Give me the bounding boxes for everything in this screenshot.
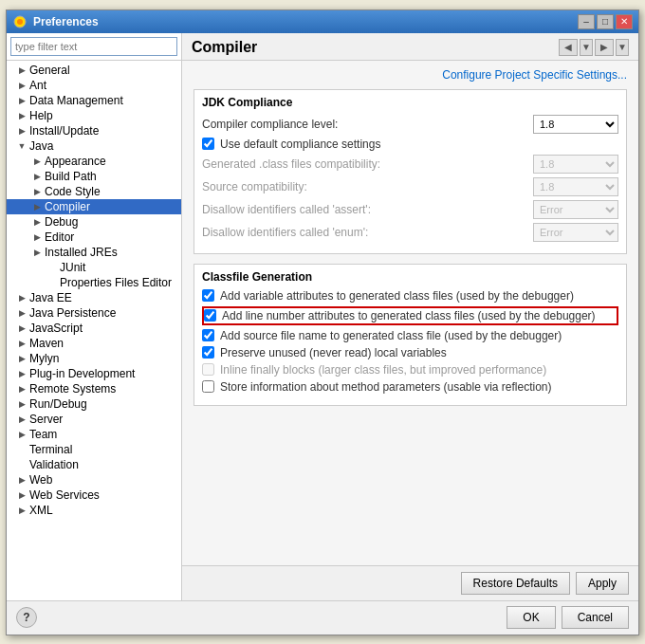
checkbox-store-method-params[interactable] bbox=[202, 380, 214, 393]
arrow-ant: ▶ bbox=[14, 81, 29, 90]
label-help: Help bbox=[29, 109, 53, 122]
sidebar-item-installed-jres[interactable]: ▶ Installed JREs bbox=[7, 245, 181, 260]
window-controls: – □ ✕ bbox=[578, 14, 633, 29]
sidebar-item-mylyn[interactable]: ▶ Mylyn bbox=[7, 351, 181, 366]
label-add-source-file: Add source file name to generated class … bbox=[220, 329, 562, 342]
arrow-remote-systems: ▶ bbox=[14, 384, 29, 394]
label-preserve-unused: Preserve unused (never read) local varia… bbox=[220, 346, 447, 359]
sidebar-item-editor[interactable]: ▶ Editor bbox=[7, 230, 181, 245]
sidebar-item-java-persistence[interactable]: ▶ Java Persistence bbox=[7, 305, 181, 321]
close-button[interactable]: ✕ bbox=[616, 14, 633, 29]
label-debug: Debug bbox=[45, 215, 78, 229]
arrow-data-management: ▶ bbox=[14, 96, 29, 105]
nav-forward-button[interactable]: ▶ bbox=[595, 39, 614, 56]
maximize-button[interactable]: □ bbox=[597, 14, 614, 29]
label-installed-jres: Installed JREs bbox=[45, 246, 118, 259]
disallow-enum-label: Disallow identifiers called 'enum': bbox=[202, 226, 533, 239]
minimize-button[interactable]: – bbox=[578, 14, 595, 29]
filter-input[interactable] bbox=[10, 37, 177, 56]
arrow-maven: ▶ bbox=[14, 339, 29, 348]
restore-defaults-button[interactable]: Restore Defaults bbox=[461, 572, 570, 595]
disallow-assert-select: Error bbox=[533, 200, 618, 219]
sidebar-item-data-management[interactable]: ▶ Data Management bbox=[7, 93, 181, 108]
sidebar-item-junit[interactable]: JUnit bbox=[7, 260, 181, 275]
sidebar: ▶ General ▶ Ant ▶ Data Management ▶ Help… bbox=[7, 33, 182, 600]
label-install-update: Install/Update bbox=[29, 124, 99, 138]
classfile-item-add-source-file: Add source file name to generated class … bbox=[202, 329, 618, 342]
sidebar-item-appearance[interactable]: ▶ Appearance bbox=[7, 154, 181, 169]
arrow-mylyn: ▶ bbox=[14, 354, 29, 363]
sidebar-item-java[interactable]: ▼ Java bbox=[7, 138, 181, 154]
sidebar-item-run-debug[interactable]: ▶ Run/Debug bbox=[7, 396, 181, 412]
right-panel: Compiler ◀ ▼ ▶ ▼ Configure Project Speci… bbox=[182, 33, 638, 600]
label-data-management: Data Management bbox=[29, 94, 123, 107]
checkbox-add-variable[interactable] bbox=[202, 289, 214, 302]
sidebar-item-properties-files-editor[interactable]: Properties Files Editor bbox=[7, 275, 181, 290]
jdk-compliance-title: JDK Compliance bbox=[202, 96, 618, 109]
arrow-general: ▶ bbox=[14, 65, 29, 75]
sidebar-item-validation[interactable]: Validation bbox=[7, 457, 181, 472]
sidebar-item-remote-systems[interactable]: ▶ Remote Systems bbox=[7, 381, 181, 396]
arrow-xml: ▶ bbox=[14, 506, 29, 515]
label-maven: Maven bbox=[29, 337, 64, 350]
nav-back-button[interactable]: ◀ bbox=[559, 39, 578, 56]
sidebar-item-install-update[interactable]: ▶ Install/Update bbox=[7, 123, 181, 138]
classfile-item-store-method-params: Store information about method parameter… bbox=[202, 380, 618, 394]
arrow-help: ▶ bbox=[14, 111, 29, 120]
sidebar-item-compiler[interactable]: ▶ Compiler bbox=[7, 199, 181, 214]
title-bar: Preferences – □ ✕ bbox=[7, 10, 638, 33]
compliance-level-select[interactable]: 1.8 bbox=[533, 115, 618, 134]
sidebar-item-general[interactable]: ▶ General bbox=[7, 63, 181, 78]
sidebar-item-plugin-development[interactable]: ▶ Plug-in Development bbox=[7, 366, 181, 381]
classfile-item-add-variable: Add variable attributes to generated cla… bbox=[202, 289, 618, 303]
sidebar-item-ant[interactable]: ▶ Ant bbox=[7, 78, 181, 93]
preferences-window: Preferences – □ ✕ ▶ General ▶ Ant bbox=[6, 9, 639, 635]
label-java-ee: Java EE bbox=[29, 291, 72, 304]
configure-link[interactable]: Configure Project Specific Settings... bbox=[442, 68, 627, 82]
filter-box bbox=[7, 33, 181, 61]
sidebar-item-terminal[interactable]: Terminal bbox=[7, 442, 181, 457]
label-code-style: Code Style bbox=[45, 185, 101, 198]
label-inline-finally: Inline finally blocks (larger class file… bbox=[220, 363, 546, 377]
label-terminal: Terminal bbox=[29, 443, 72, 456]
use-default-label: Use default compliance settings bbox=[220, 138, 380, 151]
help-button[interactable]: ? bbox=[16, 607, 37, 628]
arrow-java: ▼ bbox=[14, 141, 29, 151]
arrow-appearance: ▶ bbox=[29, 156, 45, 166]
checkbox-add-line-number[interactable] bbox=[204, 309, 216, 322]
sidebar-item-help[interactable]: ▶ Help bbox=[7, 108, 181, 123]
sidebar-item-xml[interactable]: ▶ XML bbox=[7, 503, 181, 518]
sidebar-item-web[interactable]: ▶ Web bbox=[7, 472, 181, 488]
ok-button[interactable]: OK bbox=[507, 606, 555, 629]
label-build-path: Build Path bbox=[45, 170, 97, 183]
sidebar-item-maven[interactable]: ▶ Maven bbox=[7, 336, 181, 351]
arrow-editor: ▶ bbox=[29, 232, 45, 242]
sidebar-item-javascript[interactable]: ▶ JavaScript bbox=[7, 321, 181, 336]
arrow-compiler: ▶ bbox=[29, 202, 45, 212]
panel-footer: Restore Defaults Apply bbox=[182, 565, 638, 600]
sidebar-item-build-path[interactable]: ▶ Build Path bbox=[7, 169, 181, 184]
use-default-checkbox[interactable] bbox=[202, 138, 214, 150]
sidebar-item-debug[interactable]: ▶ Debug bbox=[7, 214, 181, 230]
checkbox-add-source-file[interactable] bbox=[202, 329, 214, 341]
nav-forward-dropdown[interactable]: ▼ bbox=[616, 39, 629, 56]
sidebar-item-team[interactable]: ▶ Team bbox=[7, 427, 181, 442]
main-content: ▶ General ▶ Ant ▶ Data Management ▶ Help… bbox=[7, 33, 638, 600]
sidebar-item-code-style[interactable]: ▶ Code Style bbox=[7, 184, 181, 199]
svg-point-1 bbox=[17, 19, 23, 25]
label-junit: JUnit bbox=[60, 261, 85, 274]
arrow-java-ee: ▶ bbox=[14, 293, 29, 303]
label-store-method-params: Store information about method parameter… bbox=[220, 380, 552, 394]
sidebar-item-java-ee[interactable]: ▶ Java EE bbox=[7, 290, 181, 305]
generated-compat-label: Generated .class files compatibility: bbox=[202, 157, 533, 171]
source-compat-label: Source compatibility: bbox=[202, 180, 533, 193]
disallow-enum-select: Error bbox=[533, 223, 618, 242]
cancel-button[interactable]: Cancel bbox=[562, 606, 629, 629]
apply-button[interactable]: Apply bbox=[576, 572, 629, 595]
nav-back-dropdown[interactable]: ▼ bbox=[580, 39, 593, 56]
checkbox-preserve-unused[interactable] bbox=[202, 346, 214, 359]
sidebar-item-server[interactable]: ▶ Server bbox=[7, 412, 181, 427]
sidebar-item-web-services[interactable]: ▶ Web Services bbox=[7, 488, 181, 503]
panel-header: Compiler ◀ ▼ ▶ ▼ bbox=[182, 33, 638, 61]
disallow-enum-row: Disallow identifiers called 'enum': Erro… bbox=[202, 223, 618, 242]
